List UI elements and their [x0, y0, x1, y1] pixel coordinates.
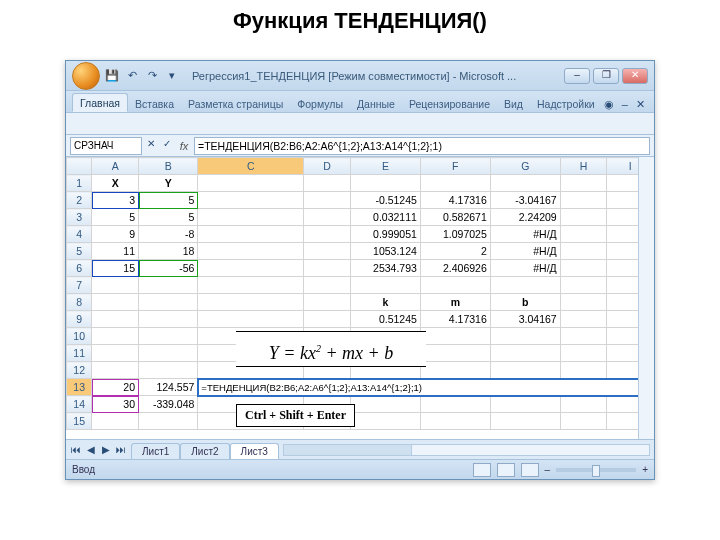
redo-icon[interactable]: ↷ [144, 68, 160, 84]
accept-formula-icon[interactable]: ✓ [160, 138, 174, 154]
tab-layout[interactable]: Разметка страницы [181, 95, 290, 112]
row-3[interactable]: 3 [67, 209, 92, 226]
minimize-ribbon-icon[interactable]: – [617, 96, 632, 112]
col-C[interactable]: C [198, 158, 304, 175]
cell[interactable]: 18 [139, 243, 198, 260]
cell[interactable]: -56 [139, 260, 198, 277]
cell[interactable]: 1053.124 [350, 243, 420, 260]
zoom-in-icon[interactable]: + [642, 464, 648, 475]
active-cell[interactable]: =ТЕНДЕНЦИЯ(B2:B6;A2:A6^{1;2};A13:A14^{1;… [198, 379, 654, 396]
minimize-button[interactable]: – [564, 68, 590, 84]
view-pagebreak-button[interactable] [521, 463, 539, 477]
sheet-nav-prev-icon[interactable]: ◀ [84, 444, 98, 455]
row-15[interactable]: 15 [67, 413, 92, 430]
row-13[interactable]: 13 [67, 379, 92, 396]
close-button[interactable]: ✕ [622, 68, 648, 84]
cell[interactable]: -8 [139, 226, 198, 243]
save-icon[interactable]: 💾 [104, 68, 120, 84]
cell[interactable]: 30 [92, 396, 139, 413]
col-B[interactable]: B [139, 158, 198, 175]
row-7[interactable]: 7 [67, 277, 92, 294]
col-A[interactable]: A [92, 158, 139, 175]
sheet-nav-next-icon[interactable]: ▶ [99, 444, 113, 455]
cell[interactable]: 4.17316 [420, 192, 490, 209]
cell[interactable]: 5 [139, 209, 198, 226]
tab-insert[interactable]: Вставка [128, 95, 181, 112]
cell[interactable]: 124.557 [139, 379, 198, 396]
row-14[interactable]: 14 [67, 396, 92, 413]
sheet-nav-first-icon[interactable]: ⏮ [69, 444, 83, 455]
cell[interactable]: 9 [92, 226, 139, 243]
row-9[interactable]: 9 [67, 311, 92, 328]
tab-addins[interactable]: Надстройки [530, 95, 602, 112]
view-layout-button[interactable] [497, 463, 515, 477]
cell[interactable]: 5 [92, 209, 139, 226]
sheet-tab-3[interactable]: Лист3 [230, 443, 279, 459]
cell[interactable]: 20 [92, 379, 139, 396]
zoom-out-icon[interactable]: – [545, 464, 551, 475]
tab-home[interactable]: Главная [72, 93, 128, 112]
cell[interactable]: 2.406926 [420, 260, 490, 277]
cell[interactable]: 2534.793 [350, 260, 420, 277]
qat-dropdown-icon[interactable]: ▾ [164, 68, 180, 84]
cell[interactable]: 3.04167 [490, 311, 560, 328]
cell[interactable]: 2 [420, 243, 490, 260]
row-1[interactable]: 1 [67, 175, 92, 192]
cell[interactable] [198, 175, 304, 192]
vertical-scrollbar[interactable] [638, 157, 654, 439]
cell[interactable]: m [420, 294, 490, 311]
cell[interactable]: -339.048 [139, 396, 198, 413]
cell[interactable]: #Н/Д [490, 243, 560, 260]
cell[interactable]: k [350, 294, 420, 311]
cell[interactable]: 0.999051 [350, 226, 420, 243]
sheet-tab-2[interactable]: Лист2 [180, 443, 229, 459]
cell[interactable]: 15 [92, 260, 139, 277]
cell[interactable]: 3 [92, 192, 139, 209]
row-2[interactable]: 2 [67, 192, 92, 209]
row-8[interactable]: 8 [67, 294, 92, 311]
cell[interactable]: 0.582671 [420, 209, 490, 226]
sheet-nav-last-icon[interactable]: ⏭ [114, 444, 128, 455]
sheet-tab-1[interactable]: Лист1 [131, 443, 180, 459]
cell[interactable]: b [490, 294, 560, 311]
col-D[interactable]: D [304, 158, 351, 175]
cancel-formula-icon[interactable]: ✕ [144, 138, 158, 154]
cell[interactable]: 5 [139, 192, 198, 209]
cell[interactable]: X [92, 175, 139, 192]
tab-formulas[interactable]: Формулы [290, 95, 350, 112]
tab-data[interactable]: Данные [350, 95, 402, 112]
cell[interactable]: Y [139, 175, 198, 192]
row-4[interactable]: 4 [67, 226, 92, 243]
cell[interactable]: 2.24209 [490, 209, 560, 226]
cell[interactable]: 1.097025 [420, 226, 490, 243]
cell[interactable]: -0.51245 [350, 192, 420, 209]
tab-view[interactable]: Вид [497, 95, 530, 112]
cell[interactable]: 4.17316 [420, 311, 490, 328]
help-icon[interactable]: ◉ [602, 96, 617, 112]
col-E[interactable]: E [350, 158, 420, 175]
cell[interactable]: 0.032111 [350, 209, 420, 226]
view-normal-button[interactable] [473, 463, 491, 477]
tab-review[interactable]: Рецензирование [402, 95, 497, 112]
maximize-button[interactable]: ❐ [593, 68, 619, 84]
row-12[interactable]: 12 [67, 362, 92, 379]
col-G[interactable]: G [490, 158, 560, 175]
office-button[interactable] [72, 62, 100, 90]
cell[interactable]: 0.51245 [350, 311, 420, 328]
name-box[interactable] [70, 137, 142, 155]
cell[interactable]: #Н/Д [490, 260, 560, 277]
doc-close-icon[interactable]: ✕ [633, 96, 648, 112]
undo-icon[interactable]: ↶ [124, 68, 140, 84]
row-6[interactable]: 6 [67, 260, 92, 277]
row-5[interactable]: 5 [67, 243, 92, 260]
formula-input[interactable] [194, 137, 650, 155]
cell[interactable]: 11 [92, 243, 139, 260]
row-11[interactable]: 11 [67, 345, 92, 362]
cell[interactable]: #Н/Д [490, 226, 560, 243]
worksheet-grid[interactable]: A B C D E F G H I 1 X Y 2 3 5 [66, 157, 654, 439]
col-F[interactable]: F [420, 158, 490, 175]
zoom-slider[interactable] [556, 468, 636, 472]
horizontal-scrollbar[interactable] [283, 444, 650, 456]
select-all-corner[interactable] [67, 158, 92, 175]
fx-icon[interactable]: fx [176, 140, 192, 152]
